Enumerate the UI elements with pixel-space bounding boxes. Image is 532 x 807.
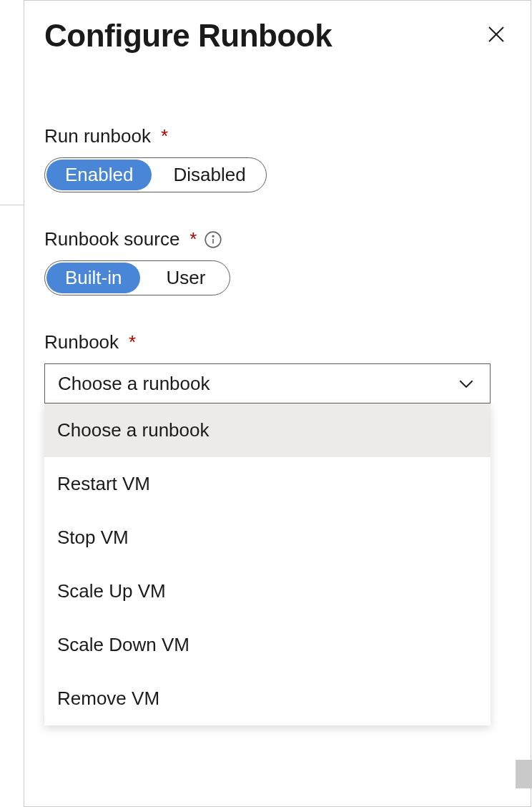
- runbook-dropdown-menu: Choose a runbook Restart VM Stop VM Scal…: [44, 404, 491, 725]
- close-button[interactable]: [482, 21, 511, 50]
- runbook-option-remove-vm[interactable]: Remove VM: [44, 672, 491, 725]
- runbook-dropdown-trigger[interactable]: Choose a runbook: [44, 363, 491, 404]
- run-runbook-toggle: Enabled Disabled: [44, 157, 267, 192]
- required-indicator: *: [189, 228, 197, 250]
- svg-point-4: [213, 235, 215, 237]
- info-icon[interactable]: [204, 230, 222, 249]
- run-runbook-label: Run runbook: [44, 125, 151, 147]
- runbook-option-stop-vm[interactable]: Stop VM: [44, 511, 491, 564]
- run-runbook-field: Run runbook * Enabled Disabled: [44, 125, 511, 192]
- runbook-field: Runbook * Choose a runbook Choose a runb…: [44, 331, 511, 404]
- configure-runbook-panel: Configure Runbook Run runbook * Enabled …: [24, 0, 531, 807]
- runbook-label: Runbook: [44, 331, 119, 353]
- runbook-option-scale-down-vm[interactable]: Scale Down VM: [44, 618, 491, 672]
- runbook-source-label: Runbook source: [44, 228, 179, 250]
- runbook-dropdown-container: Choose a runbook Choose a runbook Restar…: [44, 363, 511, 404]
- runbook-source-label-row: Runbook source *: [44, 228, 511, 250]
- panel-header: Configure Runbook: [44, 18, 511, 54]
- runbook-selected-value: Choose a runbook: [58, 373, 210, 395]
- chevron-down-icon: [455, 373, 477, 394]
- runbook-source-field: Runbook source * Built-in User: [44, 228, 511, 295]
- runbook-source-builtin-option[interactable]: Built-in: [46, 263, 140, 293]
- runbook-label-row: Runbook *: [44, 331, 511, 353]
- runbook-option-placeholder[interactable]: Choose a runbook: [44, 404, 491, 457]
- panel-title: Configure Runbook: [44, 18, 332, 54]
- required-indicator: *: [161, 125, 168, 147]
- panel-left-edge: [0, 205, 24, 205]
- runbook-source-user-option[interactable]: User: [142, 261, 230, 295]
- required-indicator: *: [129, 331, 136, 353]
- scrollbar-thumb[interactable]: [516, 760, 532, 788]
- runbook-option-restart-vm[interactable]: Restart VM: [44, 457, 491, 511]
- run-runbook-enabled-option[interactable]: Enabled: [46, 160, 152, 190]
- run-runbook-disabled-option[interactable]: Disabled: [153, 158, 265, 192]
- run-runbook-label-row: Run runbook *: [44, 125, 511, 147]
- close-icon: [486, 24, 507, 48]
- runbook-option-scale-up-vm[interactable]: Scale Up VM: [44, 564, 491, 618]
- runbook-source-toggle: Built-in User: [44, 260, 230, 295]
